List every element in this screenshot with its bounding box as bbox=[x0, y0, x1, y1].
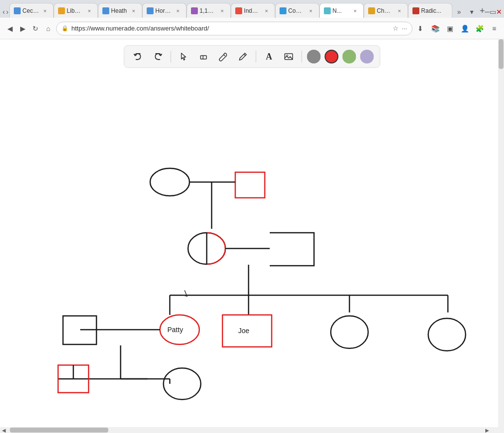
scroll-left-btn[interactable]: ◀ bbox=[0, 427, 8, 433]
restore-btn[interactable]: ▭ bbox=[490, 6, 496, 18]
tab-list-btn[interactable]: ▾ bbox=[466, 6, 478, 18]
tab-horiz[interactable]: Horiz... × bbox=[142, 3, 187, 18]
tab-favicon-contr bbox=[280, 7, 286, 14]
tab-libert[interactable]: Libert... × bbox=[54, 3, 98, 18]
separator-2 bbox=[256, 51, 256, 62]
tab-new[interactable]: N... × bbox=[319, 3, 364, 18]
color-red[interactable] bbox=[325, 50, 339, 63]
tab-close-heath[interactable]: × bbox=[130, 7, 138, 15]
refresh-btn[interactable]: ↻ bbox=[30, 23, 41, 34]
tab-forward-btn[interactable]: › bbox=[5, 6, 9, 18]
tab-back-btn[interactable]: ‹ bbox=[2, 6, 5, 18]
tab-favicon-horiz bbox=[147, 7, 154, 14]
redo-btn[interactable] bbox=[150, 49, 166, 64]
separator-1 bbox=[171, 51, 171, 62]
tab-label-radic: Radic... bbox=[421, 7, 448, 14]
minimize-btn[interactable]: ─ bbox=[485, 6, 490, 18]
tab-label-chan: Chan... bbox=[377, 7, 394, 14]
lock-icon: 🔒 bbox=[62, 25, 68, 31]
separator-3 bbox=[302, 51, 302, 62]
tab-favicon-count bbox=[191, 7, 198, 14]
tab-favicon-libert bbox=[58, 7, 65, 14]
tab-label-heath: Heath bbox=[111, 7, 128, 14]
tab-favicon-new bbox=[324, 7, 331, 14]
tab-favicon-radic bbox=[412, 7, 419, 14]
drawing-canvas[interactable] bbox=[0, 39, 498, 427]
address-icons: ☆ ··· bbox=[393, 25, 407, 32]
select-tool[interactable] bbox=[176, 49, 192, 64]
image-tool[interactable] bbox=[281, 49, 297, 64]
scrollbar-vertical[interactable] bbox=[498, 39, 504, 433]
tab-close-horiz[interactable]: × bbox=[174, 7, 182, 15]
scroll-right-btn[interactable]: ▶ bbox=[483, 427, 491, 433]
color-gray[interactable] bbox=[307, 50, 321, 63]
tab-radic[interactable]: Radic... bbox=[408, 3, 452, 18]
eraser-tool[interactable] bbox=[196, 49, 212, 64]
pen-tool[interactable] bbox=[235, 49, 251, 64]
browser-frame: ‹ › Cecil... × Libert... × Heath × Horiz… bbox=[0, 0, 504, 433]
tab-close-count[interactable]: × bbox=[219, 7, 226, 15]
tab-label-new: N... bbox=[333, 7, 349, 14]
address-toolbar: ◀ ▶ ↻ ⌂ 🔒 https://www.numerade.com/answe… bbox=[0, 18, 504, 39]
new-tab-btn[interactable]: + bbox=[480, 4, 485, 18]
tab-label-contr: Contr... bbox=[288, 7, 305, 14]
home-btn[interactable]: ⌂ bbox=[42, 23, 54, 34]
tab-close-libert[interactable]: × bbox=[86, 7, 94, 15]
whiteboard-toolbar: A bbox=[124, 45, 380, 68]
forward-btn[interactable]: ▶ bbox=[17, 23, 29, 34]
tab-favicon-heath bbox=[102, 7, 109, 14]
text-tool[interactable]: A bbox=[261, 49, 277, 64]
tab-chan[interactable]: Chan... × bbox=[364, 3, 408, 18]
tab-contr[interactable]: Contr... × bbox=[275, 3, 319, 18]
star-icon[interactable]: ☆ bbox=[393, 25, 399, 32]
color-purple[interactable] bbox=[360, 50, 374, 63]
address-bar[interactable]: 🔒 https://www.numerade.com/answers/white… bbox=[56, 22, 412, 35]
tab-close-new[interactable]: × bbox=[351, 7, 359, 15]
tab-label-cecile: Cecil... bbox=[23, 7, 39, 14]
tab-close-cecile[interactable]: × bbox=[41, 7, 49, 15]
undo-btn[interactable] bbox=[130, 49, 146, 64]
tab-bar: ‹ › Cecil... × Libert... × Heath × Horiz… bbox=[0, 0, 504, 18]
download-icon[interactable]: ⬇ bbox=[414, 23, 426, 34]
tab-label-horiz: Horiz... bbox=[156, 7, 172, 14]
svg-line-2 bbox=[224, 55, 225, 56]
profile-icon[interactable]: 👤 bbox=[459, 23, 471, 34]
tabs-icon[interactable]: ▣ bbox=[444, 23, 456, 34]
tab-more-btn[interactable]: » bbox=[453, 6, 465, 18]
tab-close-chan[interactable]: × bbox=[396, 7, 404, 15]
tab-label-count: 1,105... bbox=[200, 7, 217, 14]
extensions-icon[interactable]: 🧩 bbox=[473, 23, 485, 34]
back-btn[interactable]: ◀ bbox=[4, 23, 16, 34]
tab-heath[interactable]: Heath × bbox=[98, 3, 142, 18]
svg-rect-0 bbox=[201, 56, 207, 59]
svg-line-3 bbox=[244, 54, 246, 56]
menu-icon[interactable]: ≡ bbox=[488, 23, 500, 34]
tools-btn[interactable] bbox=[216, 49, 231, 64]
close-btn[interactable]: ✕ bbox=[496, 6, 502, 18]
toolbar-right: ⬇ 📚 ▣ 👤 🧩 ≡ bbox=[414, 23, 500, 34]
bookmarks-icon[interactable]: 📚 bbox=[429, 23, 441, 34]
tab-index[interactable]: Index... × bbox=[231, 3, 275, 18]
nav-arrows: ◀ ▶ ↻ ⌂ bbox=[4, 23, 54, 34]
tab-overflow: » ▾ bbox=[453, 6, 478, 18]
scrollbar-h-thumb[interactable] bbox=[10, 428, 108, 433]
url-text: https://www.numerade.com/answers/whitebo… bbox=[71, 25, 390, 32]
content-area: A ◀ ▶ bbox=[0, 39, 504, 433]
tab-count[interactable]: 1,105... × bbox=[187, 3, 231, 18]
more-icon[interactable]: ··· bbox=[402, 25, 407, 32]
text-tool-label: A bbox=[266, 52, 272, 62]
tab-close-contr[interactable]: × bbox=[307, 7, 315, 15]
tab-favicon-cecile bbox=[14, 7, 21, 14]
scrollbar-v-thumb[interactable] bbox=[499, 39, 504, 69]
scrollbar-horizontal[interactable]: ◀ ▶ bbox=[0, 427, 498, 433]
tab-cecile[interactable]: Cecil... × bbox=[9, 3, 54, 18]
tab-label-index: Index... bbox=[244, 7, 261, 14]
tab-close-index[interactable]: × bbox=[263, 7, 271, 15]
color-green[interactable] bbox=[343, 50, 356, 63]
tab-label-libert: Libert... bbox=[67, 7, 84, 14]
tab-favicon-index bbox=[235, 7, 242, 14]
tab-favicon-chan bbox=[368, 7, 375, 14]
